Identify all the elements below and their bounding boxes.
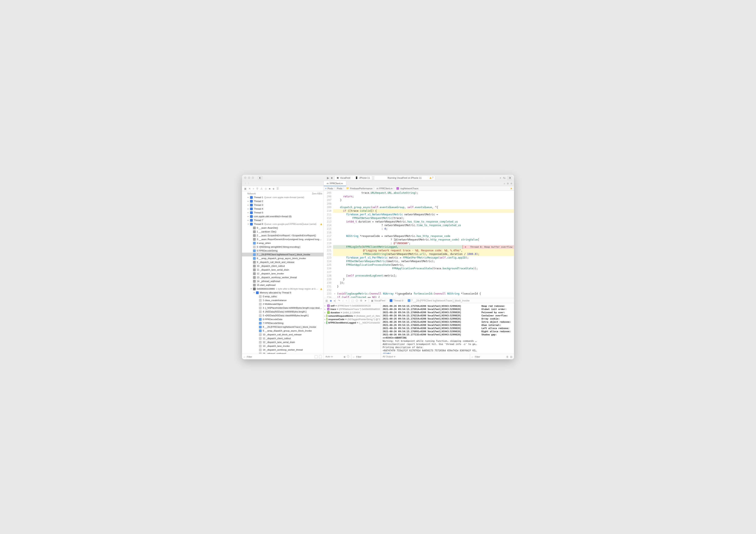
stack-frame[interactable]: 4 -[NSData(NSData) initWithBytes:length:… — [242, 310, 324, 314]
env-overrides-icon[interactable]: ⚙ — [360, 299, 362, 302]
toggle-navigator-button[interactable]: ◧ — [258, 176, 262, 180]
code-line[interactable]: FPRSetApplicationProcessState(&metric, — [333, 263, 514, 267]
code-line[interactable]: FPRDecodeString(networkRequestMetric.url… — [333, 252, 514, 256]
stack-frame[interactable]: 10 _dispatch_call_block_and_release — [242, 333, 324, 337]
stack-frame[interactable]: 0 wrap_calloc — [242, 294, 324, 298]
stack-frame[interactable]: 11 _dispatch_client_callout — [242, 337, 324, 340]
console-filter-input[interactable] — [474, 355, 505, 358]
debug-nav-icon[interactable]: ⎈ — [269, 187, 270, 190]
code-line[interactable]: FPRApplicationProcessState(trace.backgro… — [333, 267, 514, 270]
adjust-editor-icon[interactable]: ⊞ — [507, 182, 509, 185]
step-over-button[interactable]: ↷ — [338, 299, 340, 302]
breakpoints-toggle-icon[interactable]: ◆ — [330, 299, 332, 302]
eye-icon[interactable]: ◉ — [343, 355, 346, 358]
code-line[interactable]: } — [333, 285, 514, 288]
minimize-window[interactable] — [248, 177, 250, 179]
stack-frame[interactable]: 8 __wrap_dispatch_group_async_block_invo… — [242, 256, 324, 260]
console-output-selector[interactable]: All Output ≎ — [381, 354, 470, 359]
issue-count[interactable]: 7 — [429, 177, 434, 179]
stack-frame[interactable]: 12 _dispatch_lane_serial_drain — [242, 340, 324, 344]
stack-frame[interactable]: 11 _dispatch_lane_serial_drain — [242, 268, 324, 272]
stop-button[interactable]: ■ — [331, 176, 333, 180]
code-line[interactable]: if ([trace isValid]) { — [333, 209, 514, 213]
code-line[interactable]: - (void)logGaugeMetric:(nonnull NSArray … — [333, 292, 514, 295]
nav-forward-button[interactable]: 〉 — [248, 182, 251, 185]
info-icon[interactable]: ⓘ — [347, 355, 349, 359]
filter-threads-toggle[interactable] — [315, 355, 318, 358]
variable-row[interactable]: ▸A trace = (FPRNetworkTrace *) 0x60b0000… — [325, 307, 380, 311]
stack-frame[interactable]: 14 _dispatch_workloop_worker_thread — [242, 348, 324, 352]
continue-button[interactable]: ▸| — [334, 299, 336, 302]
stack-frame[interactable]: 3 __asan::ReportGenericError(unsigned lo… — [242, 237, 324, 241]
stack-frame[interactable]: 15 _pthread_wqthread — [242, 352, 324, 354]
step-out-button[interactable]: ↑ — [346, 299, 347, 302]
code-line[interactable]: [self processAndLogEvent:metric]; — [333, 274, 514, 278]
stack-frame[interactable]: 9 _dispatch_call_block_and_release — [242, 260, 324, 264]
stack-frame[interactable]: 7 FPRDecodeString — [242, 321, 324, 325]
code-line[interactable] — [333, 270, 514, 274]
variables-view[interactable]: ▸A self = (FPRClient *) 0x608000003f120▸… — [324, 303, 381, 354]
code-line[interactable]: : @"UNKNOWN"; — [333, 242, 514, 245]
stack-frame[interactable]: 6 FPRDecodeData — [242, 318, 324, 321]
stack-frame[interactable]: 10 _dispatch_client_callout — [242, 264, 324, 268]
filter-crashed-toggle[interactable] — [319, 355, 322, 358]
stack-frame[interactable]: 8 __29-[FPRClient logNetworkTrace:]_bloc… — [242, 325, 324, 329]
variable-row[interactable]: ▸L responseCode = (NSTaggedPointerString… — [325, 318, 380, 321]
nav-back-button[interactable]: 〈 — [244, 182, 246, 185]
stack-frame[interactable]: 13 _dispatch_workloop_worker_thread — [242, 275, 324, 279]
network-row[interactable]: NetworkZero KB/s — [242, 191, 324, 195]
add-editor-icon[interactable]: ⊕ — [510, 182, 512, 185]
code-line[interactable]: if (self.configured == NO) { — [333, 295, 514, 298]
code-line[interactable]: trace.URLRequest.URL.absoluteString); — [333, 191, 514, 195]
code-line[interactable]: dispatch_group_async(self.eventsQueueGro… — [333, 206, 514, 209]
stack-frame[interactable]: 5 +[NSData(NSData) dataWithBytes:length:… — [242, 314, 324, 318]
code-line[interactable]: firebase_perf_v1_NetworkRequestMetric ne… — [333, 213, 514, 216]
lldb-prompt[interactable]: (lldb) — [383, 352, 478, 354]
trash-icon[interactable]: 🗑 — [506, 355, 509, 358]
breakpoint-nav-icon[interactable]: ◈ — [273, 187, 274, 190]
thread-row[interactable]: ▸Thread 2 — [242, 199, 324, 203]
variable-row[interactable]: ▸L duration = (int64_t) 126404 — [325, 311, 380, 314]
stack-frame[interactable]: 5 +[NSString stringWithCString:encoding:… — [242, 245, 324, 249]
stack-frame[interactable]: 4 wrap_strlen — [242, 241, 324, 245]
source-editor[interactable]: 2052062072082092102112122132142152162172… — [324, 191, 514, 298]
thread-row[interactable]: ▸Thread 7 — [242, 218, 324, 222]
project-nav-icon[interactable]: ▣ — [244, 187, 246, 190]
thread-row[interactable]: ▾Thread 8 Queue: com.google.perf.FPREven… — [242, 222, 324, 226]
stack-frame[interactable]: 0 __asan::AsanDie() — [242, 226, 324, 230]
thread-row[interactable]: ▸com.apple.uikit.eventfetch-thread (6) — [242, 215, 324, 218]
console-output[interactable]: 2021-08-26 09:54:15.175784+0200 VocalFee… — [381, 303, 514, 354]
stack-frame[interactable]: 14 _pthread_wqthread — [242, 279, 324, 283]
code-line[interactable]: } — [333, 198, 514, 202]
thread-row[interactable]: ▸Thread 3 — [242, 203, 324, 207]
thread-row[interactable]: ▸Thread 4 — [242, 207, 324, 211]
code-review-button[interactable]: ⇆ — [503, 176, 505, 180]
scheme-selector[interactable]: ▣ VocalFeel 〉 📱 iPhone 11 — [334, 175, 372, 180]
thread-row[interactable]: ▸Thread 1 Queue: com.apple.main-thread (… — [242, 195, 324, 199]
step-into-button[interactable]: ↓ — [342, 299, 343, 302]
memory-alloc-thread[interactable]: ▾Memory allocated by Thread 8 — [242, 291, 324, 294]
stack-frame[interactable]: 13 _dispatch_lane_invoke — [242, 344, 324, 348]
close-window[interactable] — [244, 177, 246, 179]
variable-row[interactable]: ▸A self = (FPRClient *) 0x608000003f120 — [325, 304, 380, 307]
variable-row[interactable]: ▸L networkRequestMetric = (firebase_perf… — [325, 314, 380, 318]
navigator-filter-input[interactable] — [246, 355, 313, 358]
code-line[interactable]: return; — [333, 195, 514, 198]
code-line[interactable] — [333, 288, 514, 292]
code-line[interactable]: FPRGetNetworkRequestMetric(trace); — [333, 216, 514, 220]
test-nav-icon[interactable]: ◇ — [265, 187, 267, 190]
code-line[interactable]: firebase_perf_v1_PerfMetric metric = FPR… — [333, 256, 514, 260]
source-control-nav-icon[interactable]: ✕ — [249, 187, 251, 190]
code-line[interactable]: int64_t duration = networkRequestMetric.… — [333, 220, 514, 224]
code-line[interactable]: @"Logging network request trace - %@, Re… — [333, 249, 514, 252]
error-annotation[interactable]: ≡ Thread 8: Heap buffer overflow — [463, 245, 514, 249]
stack-frame[interactable]: 6 FPRDecodeString — [242, 249, 324, 253]
code-line[interactable]: FPRLogInfo(kFPRClientMetricLogged,≡ Thre… — [333, 245, 514, 249]
find-nav-icon[interactable]: ⚲ — [256, 187, 258, 190]
stack-frame[interactable]: 1 __sanitizer::Die() — [242, 230, 324, 234]
stack-frame[interactable]: 3 -[_NSPlaceholderData initWithBytes:len… — [242, 306, 324, 310]
stack-frame[interactable]: 2 __asan::ScopedInErrorReport::~ScopedIn… — [242, 234, 324, 237]
code-line[interactable] — [333, 231, 514, 234]
code-line[interactable]: }); — [333, 281, 514, 285]
stack-frame[interactable]: 7 __29-[FPRClient logNetworkTrace:]_bloc… — [242, 253, 324, 256]
